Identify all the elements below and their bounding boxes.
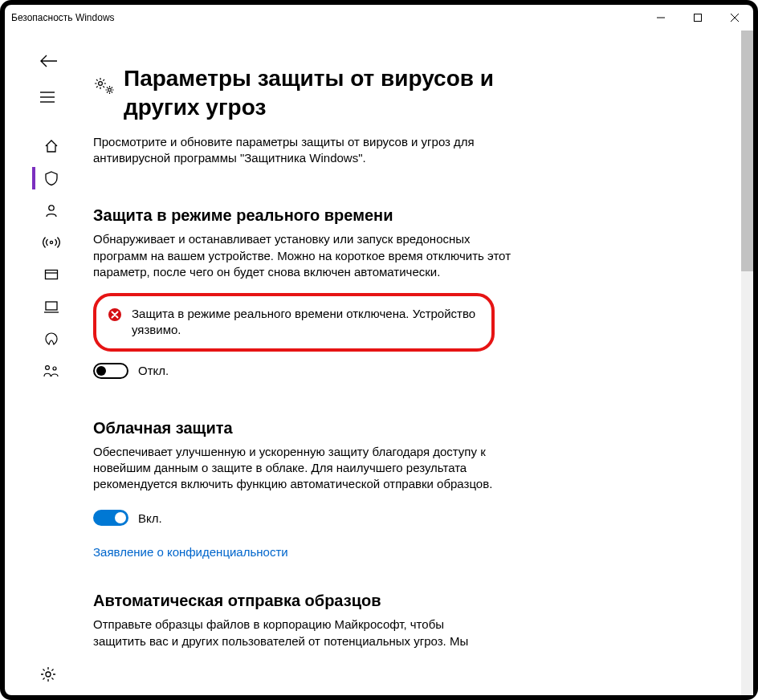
cloud-toggle-row: Вкл. <box>93 510 511 526</box>
page-description: Просмотрите и обновите параметры защиты … <box>93 134 495 167</box>
realtime-warning-callout: Защита в режиме реального времени отключ… <box>93 293 495 352</box>
realtime-description: Обнаруживает и останавливает установку и… <box>93 231 511 280</box>
minimize-button[interactable] <box>642 5 679 31</box>
realtime-toggle-row: Откл. <box>93 363 511 379</box>
cloud-title: Облачная защита <box>93 419 511 438</box>
svg-point-15 <box>46 672 51 677</box>
error-icon <box>108 307 122 325</box>
nav-app-browser-control[interactable] <box>32 258 71 291</box>
nav-rail <box>32 130 71 387</box>
nav-account-protection[interactable] <box>32 194 71 226</box>
svg-rect-1 <box>695 14 702 22</box>
nav-device-performance[interactable] <box>32 323 71 355</box>
nav-virus-protection[interactable] <box>32 162 71 194</box>
maximize-button[interactable] <box>679 5 716 31</box>
window-title: Безопасность Windows <box>11 12 115 23</box>
svg-point-17 <box>108 88 112 92</box>
nav-device-security[interactable] <box>32 291 71 323</box>
settings-gears-icon <box>93 75 116 100</box>
window-controls <box>642 5 753 31</box>
page-header: Параметры защиты от вирусов и других угр… <box>93 64 729 123</box>
svg-rect-11 <box>46 302 57 310</box>
section-cloud: Облачная защита Обеспечивает улучшенную … <box>93 419 511 560</box>
cloud-description: Обеспечивает улучшенную и ускоренную защ… <box>93 444 511 493</box>
section-autosend: Автоматическая отправка образцов Отправь… <box>93 592 511 649</box>
close-button[interactable] <box>716 5 753 31</box>
svg-point-14 <box>53 367 56 370</box>
titlebar: Безопасность Windows <box>5 5 753 31</box>
realtime-toggle[interactable] <box>93 363 128 379</box>
section-realtime: Защита в режиме реального времени Обнару… <box>93 206 511 378</box>
privacy-statement-link[interactable]: Заявление о конфиденциальности <box>93 545 288 559</box>
autosend-title: Автоматическая отправка образцов <box>93 592 511 610</box>
window-frame: Безопасность Windows <box>0 0 758 700</box>
nav-firewall[interactable] <box>32 226 71 258</box>
realtime-title: Защита в режиме реального времени <box>93 206 511 225</box>
nav-family-options[interactable] <box>32 355 71 387</box>
scrollbar-track[interactable] <box>741 31 753 695</box>
realtime-warning-text: Защита в режиме реального времени отключ… <box>132 306 477 339</box>
realtime-toggle-label: Откл. <box>138 364 169 377</box>
svg-rect-9 <box>46 271 58 279</box>
page-title: Параметры защиты от вирусов и других угр… <box>124 64 541 123</box>
nav-home[interactable] <box>32 130 71 162</box>
svg-point-16 <box>99 82 103 86</box>
autosend-description: Отправьте образцы файлов в корпорацию Ма… <box>93 617 471 649</box>
back-button[interactable] <box>40 55 58 71</box>
scrollbar-thumb[interactable] <box>741 31 753 271</box>
main-content: Параметры защиты от вирусов и других угр… <box>93 64 729 695</box>
settings-button[interactable] <box>40 666 56 686</box>
svg-point-13 <box>46 366 50 370</box>
cloud-toggle-label: Вкл. <box>138 511 162 525</box>
svg-point-7 <box>49 206 54 210</box>
menu-button[interactable] <box>40 92 55 106</box>
svg-point-8 <box>50 241 52 243</box>
cloud-toggle[interactable] <box>93 510 128 526</box>
